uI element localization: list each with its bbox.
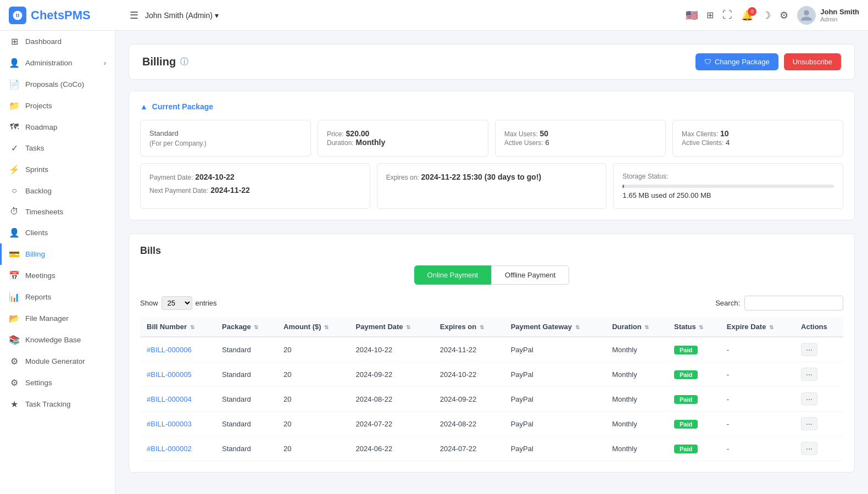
sidebar-item-knowledge-base[interactable]: 📚 Knowledge Base xyxy=(0,329,115,351)
sidebar-item-meetings[interactable]: 📅 Meetings xyxy=(0,265,115,286)
sidebar-item-reports[interactable]: 📊 Reports xyxy=(0,286,115,308)
active-clients-value: 4 xyxy=(726,138,730,147)
apps-icon[interactable]: ⊞ xyxy=(706,10,714,20)
sidebar-item-settings[interactable]: ⚙ Settings xyxy=(0,372,115,393)
brand-name: ChetsPMS xyxy=(31,8,91,23)
cell-expires-on: 2024-11-22 xyxy=(433,337,504,362)
cell-package: Standard xyxy=(215,362,277,387)
navbar-right: 🇺🇸 ⊞ ⛶ 🔔 0 ☽ ⚙ John Smith Admin xyxy=(686,6,859,25)
sidebar-item-tasks[interactable]: ✓ Tasks xyxy=(0,137,115,159)
sidebar-item-module-generator[interactable]: ⚙ Module Generator xyxy=(0,351,115,372)
bill-number-link[interactable]: #BILL-000002 xyxy=(147,445,192,453)
sidebar-item-roadmap[interactable]: 🗺 Roadmap xyxy=(0,116,115,137)
cell-package: Standard xyxy=(215,387,277,412)
sidebar-item-clients[interactable]: 👤 Clients xyxy=(0,222,115,243)
sidebar-item-projects[interactable]: 📁 Projects xyxy=(0,95,115,116)
backlog-icon: ○ xyxy=(9,186,20,196)
actions-menu-button[interactable]: ··· xyxy=(801,368,817,381)
col-payment-date[interactable]: Payment Date ⇅ xyxy=(349,317,433,337)
table-row: #BILL-000005 Standard 20 2024-09-22 2024… xyxy=(140,362,843,387)
bill-number-link[interactable]: #BILL-000006 xyxy=(147,346,192,354)
cell-status: Paid xyxy=(667,362,720,387)
user-menu[interactable]: John Smith Admin xyxy=(797,6,859,25)
sidebar-item-dashboard[interactable]: ⊞ Dashboard xyxy=(0,31,115,52)
bill-number-link[interactable]: #BILL-000003 xyxy=(147,420,192,428)
actions-menu-button[interactable]: ··· xyxy=(801,343,817,356)
col-payment-gateway[interactable]: Payment Gateway ⇅ xyxy=(504,317,605,337)
expires-card: Expires on: 2024-11-22 15:30 (30 days to… xyxy=(377,163,607,209)
cell-amount: 20 xyxy=(277,412,349,436)
sidebar-item-label: Timesheets xyxy=(25,208,63,216)
sidebar-item-label: Backlog xyxy=(25,187,52,195)
col-bill-number[interactable]: Bill Number ⇅ xyxy=(140,317,215,337)
col-amount[interactable]: Amount ($) ⇅ xyxy=(277,317,349,337)
offline-payment-button[interactable]: Offline Payment xyxy=(491,265,569,285)
user-select-dropdown[interactable]: John Smith (Admin) ▾ xyxy=(145,11,219,20)
roadmap-icon: 🗺 xyxy=(9,122,20,132)
sidebar-item-administration[interactable]: 👤 Administration › xyxy=(0,52,115,74)
tasks-icon: ✓ xyxy=(9,143,20,153)
sidebar-item-proposals[interactable]: 📄 Proposals (CoCo) xyxy=(0,74,115,95)
notifications-icon[interactable]: 🔔 0 xyxy=(741,9,753,21)
price-row: Price: $20.00 xyxy=(327,129,479,138)
search-input[interactable] xyxy=(744,296,843,310)
storage-bar-fill xyxy=(622,185,624,188)
sidebar-item-label: Reports xyxy=(25,293,51,301)
current-package-header[interactable]: ▲ Current Package xyxy=(140,102,843,111)
sidebar-item-sprints[interactable]: ⚡ Sprints xyxy=(0,159,115,180)
col-package[interactable]: Package ⇅ xyxy=(215,317,277,337)
info-icon[interactable]: ⓘ xyxy=(180,57,188,67)
col-status[interactable]: Status ⇅ xyxy=(667,317,720,337)
col-expires-on[interactable]: Expires on ⇅ xyxy=(433,317,504,337)
user-select-label: John Smith (Admin) xyxy=(145,11,213,20)
unsubscribe-button[interactable]: Unsubscribe xyxy=(784,53,841,70)
col-duration[interactable]: Duration ⇅ xyxy=(605,317,667,337)
flag-icon[interactable]: 🇺🇸 xyxy=(686,9,698,21)
sidebar-item-label: Proposals (CoCo) xyxy=(25,80,84,88)
col-expire-date[interactable]: Expire Date ⇅ xyxy=(720,317,794,337)
clients-icon: 👤 xyxy=(9,227,20,238)
duration-row: Duration: Monthly xyxy=(327,138,479,147)
table-row: #BILL-000002 Standard 20 2024-06-22 2024… xyxy=(140,436,843,461)
sidebar-item-backlog[interactable]: ○ Backlog xyxy=(0,180,115,201)
sidebar-item-label: Sprints xyxy=(25,165,48,174)
cell-bill-number: #BILL-000006 xyxy=(140,337,215,362)
bill-number-link[interactable]: #BILL-000004 xyxy=(147,395,192,403)
actions-menu-button[interactable]: ··· xyxy=(801,417,817,430)
settings-icon[interactable]: ⚙ xyxy=(780,9,788,21)
module-generator-icon: ⚙ xyxy=(9,356,20,367)
sprints-icon: ⚡ xyxy=(9,164,20,175)
cell-amount: 20 xyxy=(277,436,349,461)
cell-status: Paid xyxy=(667,436,720,461)
online-payment-button[interactable]: Online Payment xyxy=(414,265,492,285)
change-package-button[interactable]: 🛡 Change Package xyxy=(695,53,778,70)
cell-expire-date: - xyxy=(720,436,794,461)
table-controls: Show 25 10 50 100 entries Search: xyxy=(140,296,843,310)
bill-number-link[interactable]: #BILL-000005 xyxy=(147,370,192,379)
sidebar-item-billing[interactable]: 💳 Billing xyxy=(0,243,115,265)
entries-select[interactable]: 25 10 50 100 xyxy=(162,296,192,310)
timesheets-icon: ⏱ xyxy=(9,207,20,217)
hamburger-icon[interactable]: ☰ xyxy=(130,9,138,21)
active-users-value: 6 xyxy=(546,138,549,147)
sort-icon: ⇅ xyxy=(190,324,194,330)
sidebar-item-file-manager[interactable]: 📂 File Manager xyxy=(0,308,115,329)
actions-menu-button[interactable]: ··· xyxy=(801,442,817,455)
table-row: #BILL-000003 Standard 20 2024-07-22 2024… xyxy=(140,412,843,436)
expires-row: Expires on: 2024-11-22 15:30 (30 days to… xyxy=(386,173,598,181)
sidebar-item-timesheets[interactable]: ⏱ Timesheets xyxy=(0,201,115,222)
cell-status: Paid xyxy=(667,337,720,362)
cell-expires-on: 2024-08-22 xyxy=(433,412,504,436)
sidebar-item-label: Dashboard xyxy=(25,37,62,46)
cell-actions: ··· xyxy=(794,436,843,461)
fullscreen-icon[interactable]: ⛶ xyxy=(722,9,732,21)
bills-table-body: #BILL-000006 Standard 20 2024-10-22 2024… xyxy=(140,337,843,461)
sort-icon: ⇅ xyxy=(480,324,484,330)
brand: ChetsPMS xyxy=(9,7,119,24)
cell-bill-number: #BILL-000005 xyxy=(140,362,215,387)
dark-mode-icon[interactable]: ☽ xyxy=(762,9,771,21)
actions-menu-button[interactable]: ··· xyxy=(801,392,817,406)
cell-expires-on: 2024-07-22 xyxy=(433,436,504,461)
cell-actions: ··· xyxy=(794,387,843,412)
sidebar-item-task-tracking[interactable]: ★ Task Tracking xyxy=(0,393,115,415)
